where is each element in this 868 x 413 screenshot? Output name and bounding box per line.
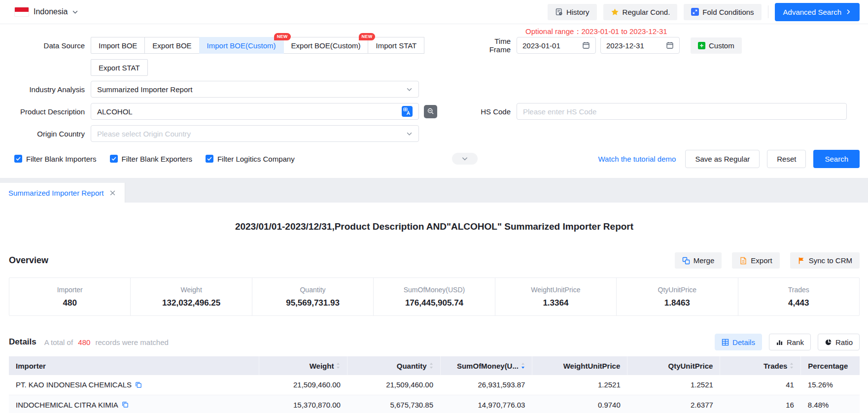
custom-icon <box>698 42 705 49</box>
filter-panel: Optional range：2023-01-01 to 2023-12-31 … <box>0 24 868 178</box>
flag-icon <box>798 257 805 265</box>
table-header-row: Importer Weight Quantity SumOfMoney(U...… <box>9 356 860 375</box>
tab-import-stat[interactable]: Import STAT <box>368 37 424 54</box>
merge-icon <box>682 257 690 265</box>
col-trades[interactable]: Trades <box>720 356 801 375</box>
details-table: Importer Weight Quantity SumOfMoney(U...… <box>9 356 860 413</box>
export-button[interactable]: Export <box>732 252 779 269</box>
view-switcher: Details Rank Ratio <box>715 334 860 350</box>
copy-icon[interactable] <box>135 381 142 388</box>
chevron-down-icon <box>406 86 413 93</box>
sort-icon[interactable] <box>336 362 340 369</box>
col-weight-unit-price: WeightUnitPrice <box>532 356 627 375</box>
overview-row: Overview Merge Export Sync to CRM <box>9 252 860 269</box>
data-source-row-2: Export STAT <box>6 59 860 76</box>
result-tabstrip: Summarized Importer Report <box>0 178 868 203</box>
industry-analysis-label: Industry Analysis <box>6 85 85 94</box>
country-selector[interactable]: Indonesia <box>14 7 78 17</box>
filter-blank-importers-checkbox[interactable]: Filter Blank Importers <box>14 155 97 163</box>
checkbox-checked-icon <box>206 155 213 163</box>
stat-importer: Importer 480 <box>9 278 130 315</box>
tab-import-boe[interactable]: Import BOE <box>91 37 145 54</box>
search-actions: Watch the tutorial demo Save as Regular … <box>598 150 860 168</box>
chevron-right-icon <box>845 9 851 15</box>
merge-button[interactable]: Merge <box>675 252 722 269</box>
data-source-label: Data Source <box>6 41 85 50</box>
table-row[interactable]: INDOCHEMICAL CITRA KIMIA 15,370,870.00 5… <box>9 395 860 413</box>
history-button[interactable]: History <box>548 4 597 20</box>
topbar-actions: History Regular Cond. Fold Conditions Ad… <box>548 3 860 21</box>
topbar: Indonesia History Regular Cond. Fold Con… <box>0 0 868 24</box>
tab-export-stat[interactable]: Export STAT <box>91 59 148 76</box>
filter-blank-exporters-checkbox[interactable]: Filter Blank Exporters <box>110 155 192 163</box>
stat-trades: Trades 4,443 <box>738 278 859 315</box>
col-percentage: Percentage <box>801 356 860 375</box>
collapse-filters-button[interactable] <box>452 153 478 165</box>
history-icon <box>555 8 563 16</box>
exclude-search-button[interactable] <box>424 105 437 118</box>
overview-actions: Merge Export Sync to CRM <box>675 252 860 269</box>
calendar-icon <box>666 41 674 49</box>
sync-to-crm-button[interactable]: Sync to CRM <box>790 252 860 269</box>
sort-icon[interactable] <box>790 362 794 369</box>
col-sum-of-money[interactable]: SumOfMoney(U... <box>440 356 532 375</box>
result-tab-summarized-importer-report[interactable]: Summarized Importer Report <box>0 183 125 203</box>
star-icon <box>611 8 619 16</box>
report-title: 2023/01/01-2023/12/31,Product Descriptio… <box>9 221 860 232</box>
origin-country-label: Origin Country <box>6 130 85 138</box>
tab-export-boe-custom[interactable]: Export BOE(Custom) NEW <box>283 37 369 54</box>
view-rank-button[interactable]: Rank <box>769 334 811 350</box>
sort-icon[interactable] <box>429 362 433 369</box>
custom-range-button[interactable]: Custom <box>691 37 742 54</box>
sort-icon-active-desc[interactable] <box>521 362 525 369</box>
overview-heading: Overview <box>9 255 48 266</box>
hs-code-input[interactable]: Please enter HS Code <box>517 103 847 120</box>
tab-export-boe[interactable]: Export BOE <box>144 37 199 54</box>
importer-name[interactable]: INDOCHEMICAL CITRA KIMIA <box>16 401 118 409</box>
table-grid-icon <box>722 339 729 346</box>
checkbox-checked-icon <box>14 155 22 163</box>
col-quantity[interactable]: Quantity <box>347 356 440 375</box>
col-qty-unit-price: QtyUnitPrice <box>627 356 720 375</box>
filter-logitics-company-checkbox[interactable]: Filter Logitics Company <box>206 155 295 163</box>
date-start-input[interactable]: 2023-01-01 <box>517 37 596 54</box>
origin-country-select[interactable]: Please select Origin Country <box>91 125 419 142</box>
fold-conditions-button[interactable]: Fold Conditions <box>684 4 761 20</box>
close-icon[interactable] <box>109 190 116 196</box>
optional-range-hint: Optional range：2023-01-01 to 2023-12-31 <box>525 27 667 36</box>
tab-import-boe-custom[interactable]: Import BOE(Custom) NEW <box>199 37 284 54</box>
export-file-icon <box>739 257 747 265</box>
stat-weight: Weight 132,032,496.25 <box>130 278 251 315</box>
time-frame-group: Time Frame 2023-01-01 2023-12-31 Custom <box>472 37 742 54</box>
new-badge: NEW <box>274 33 291 40</box>
col-weight[interactable]: Weight <box>259 356 347 375</box>
view-details-button[interactable]: Details <box>715 334 762 350</box>
save-as-regular-button[interactable]: Save as Regular <box>685 150 760 168</box>
report-section: 2023/01/01-2023/12/31,Product Descriptio… <box>0 221 868 413</box>
table-row[interactable]: PT. KAO INDONESIA CHEMICALS 21,509,460.0… <box>9 375 860 395</box>
product-description-input[interactable]: ALCOHOL <box>91 103 419 120</box>
copy-icon[interactable] <box>122 401 129 408</box>
search-button[interactable]: Search <box>813 150 860 168</box>
new-badge: NEW <box>359 33 376 40</box>
filter-actions-row: Filter Blank Importers Filter Blank Expo… <box>14 150 860 168</box>
translate-icon[interactable] <box>402 106 413 117</box>
importer-name[interactable]: PT. KAO INDONESIA CHEMICALS <box>16 380 132 389</box>
view-ratio-button[interactable]: Ratio <box>818 334 860 350</box>
indonesia-flag-icon <box>14 7 29 17</box>
reset-button[interactable]: Reset <box>767 150 806 168</box>
overview-stats-bar: Importer 480 Weight 132,032,496.25 Quant… <box>9 277 860 316</box>
industry-analysis-select[interactable]: Summarized Importer Report <box>91 81 419 98</box>
hs-code-group: HS Code Please enter HS Code <box>472 103 847 120</box>
chevron-down-icon <box>72 9 78 15</box>
tutorial-demo-link[interactable]: Watch the tutorial demo <box>598 155 676 163</box>
advanced-search-button[interactable]: Advanced Search <box>775 3 860 21</box>
country-name: Indonesia <box>34 7 68 16</box>
match-summary: A total of 480 records were matched <box>44 338 169 346</box>
match-count: 480 <box>78 338 90 346</box>
details-row: Details A total of 480 records were matc… <box>9 334 860 350</box>
date-end-input[interactable]: 2023-12-31 <box>600 37 680 54</box>
regular-cond-button[interactable]: Regular Cond. <box>603 4 678 20</box>
fold-icon <box>691 8 699 16</box>
stat-sum-of-money: SumOfMoney(USD) 176,445,905.74 <box>373 278 494 315</box>
